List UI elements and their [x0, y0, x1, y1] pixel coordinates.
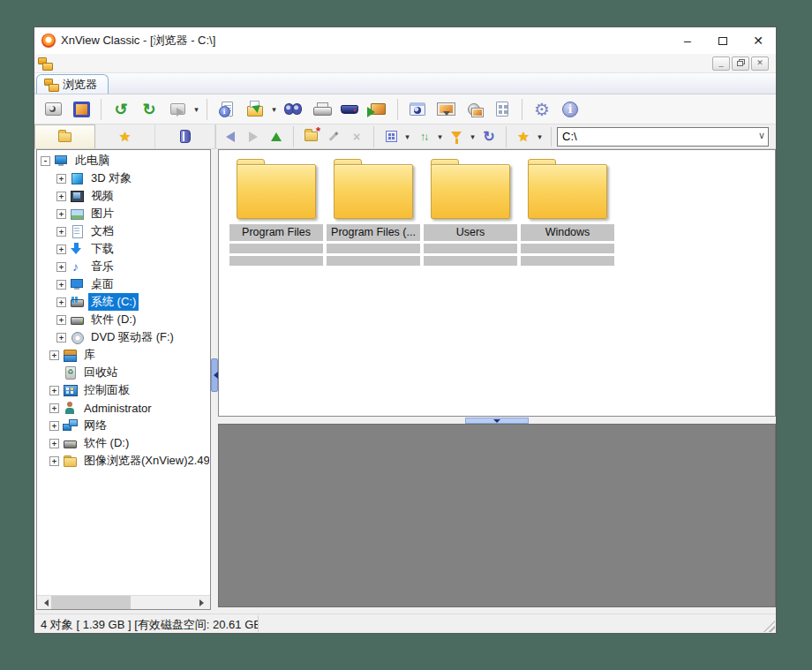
print-button[interactable]: [308, 97, 335, 122]
filter-dropdown[interactable]: ▾: [469, 132, 477, 141]
panel-tab-favorites[interactable]: ★: [95, 124, 155, 148]
horizontal-splitter[interactable]: [218, 417, 776, 424]
folder-tile[interactable]: Program Files (...: [327, 159, 420, 266]
expander-icon[interactable]: +: [49, 350, 59, 360]
browse-folder-dropdown[interactable]: ▾: [270, 105, 278, 114]
expander-icon[interactable]: +: [56, 209, 66, 219]
convert-button[interactable]: [164, 97, 191, 122]
settings-button[interactable]: ⚙: [529, 97, 555, 122]
expander-icon[interactable]: -: [41, 156, 50, 166]
mdi-close-button[interactable]: ✕: [751, 56, 769, 71]
address-input[interactable]: [557, 127, 769, 147]
tree-item[interactable]: + 3D 对象: [38, 169, 209, 187]
minimize-button[interactable]: –: [670, 27, 705, 54]
forward-button[interactable]: [243, 126, 264, 147]
web-page-button[interactable]: [461, 97, 487, 122]
new-folder-button[interactable]: *: [300, 126, 321, 147]
favorites-button[interactable]: ★: [513, 126, 534, 147]
tab-browser[interactable]: 浏览器: [36, 74, 109, 94]
scroll-right-button[interactable]: [196, 596, 210, 609]
expander-icon[interactable]: +: [56, 245, 66, 254]
tree-item[interactable]: 回收站: [38, 364, 209, 381]
tree-item[interactable]: + 系统 (C:): [38, 293, 209, 311]
panel-tab-folders[interactable]: [34, 124, 95, 148]
fullscreen-button[interactable]: [68, 97, 94, 122]
tree-item[interactable]: + 库: [38, 346, 209, 364]
vertical-splitter[interactable]: [211, 149, 218, 610]
tree-item[interactable]: + 下载: [38, 240, 209, 258]
folder-tile[interactable]: Windows: [521, 159, 614, 266]
splitter-collapse-handle[interactable]: [211, 358, 218, 392]
tree-horizontal-scrollbar[interactable]: [37, 595, 210, 609]
view-mode-button[interactable]: [380, 126, 402, 147]
expander-icon[interactable]: +: [56, 315, 66, 325]
tree-item[interactable]: + 文档: [38, 222, 209, 240]
view-button[interactable]: [40, 97, 66, 122]
scrollbar-track[interactable]: [51, 596, 196, 609]
scan-button[interactable]: [336, 97, 363, 122]
tree-item[interactable]: - 此电脑: [38, 152, 209, 169]
properties-button[interactable]: [214, 97, 240, 122]
sort-dropdown[interactable]: ▾: [436, 132, 444, 141]
panel-tab-catalog[interactable]: [155, 124, 215, 148]
menu-item[interactable]: [123, 63, 137, 64]
sort-button[interactable]: ↑↓: [413, 126, 434, 147]
title-bar[interactable]: XnView Classic - [浏览器 - C:\] – ✕: [34, 27, 776, 54]
search-button[interactable]: [280, 97, 306, 122]
menu-item[interactable]: [66, 63, 80, 64]
expander-icon[interactable]: +: [56, 333, 66, 343]
rotate-left-button[interactable]: ↺: [108, 97, 134, 122]
maximize-button[interactable]: [705, 27, 741, 54]
preview-panel[interactable]: [218, 424, 776, 607]
close-button[interactable]: ✕: [741, 27, 776, 54]
delete-button[interactable]: ×: [346, 126, 367, 147]
about-button[interactable]: i: [557, 97, 583, 122]
tree-item[interactable]: + 图片: [38, 205, 209, 222]
menu-item[interactable]: [137, 63, 151, 64]
expander-icon[interactable]: +: [56, 297, 66, 307]
resize-grip-icon[interactable]: [763, 621, 775, 632]
preview-collapse-handle[interactable]: [465, 418, 529, 424]
menu-item[interactable]: [52, 63, 66, 64]
batch-convert-button[interactable]: [365, 97, 391, 122]
folder-tile[interactable]: Program Files: [229, 159, 323, 266]
tree-item[interactable]: + 控制面板: [38, 381, 209, 399]
browse-folder-button[interactable]: [242, 97, 268, 122]
up-button[interactable]: [266, 126, 287, 147]
expander-icon[interactable]: +: [56, 280, 66, 290]
scroll-left-button[interactable]: [37, 596, 51, 609]
folder-tile[interactable]: Users: [424, 159, 517, 266]
expander-icon[interactable]: +: [49, 456, 59, 466]
tree-item[interactable]: + 图像浏览器(XnView)2.49中文: [38, 452, 209, 470]
expander-icon[interactable]: +: [56, 174, 66, 184]
view-mode-dropdown[interactable]: ▾: [403, 132, 411, 141]
slideshow-button[interactable]: [432, 97, 459, 122]
tree-item[interactable]: + 音乐: [38, 258, 209, 275]
refresh-button[interactable]: ↻: [478, 126, 500, 147]
expander-icon[interactable]: +: [56, 227, 66, 237]
tree-item[interactable]: + Administrator: [38, 399, 209, 417]
tree-item[interactable]: + DVD 驱动器 (F:): [38, 328, 209, 346]
expander-icon[interactable]: +: [49, 386, 59, 395]
mdi-minimize-button[interactable]: _: [712, 56, 730, 71]
edit-button[interactable]: [323, 126, 344, 147]
tree-item[interactable]: + 视频: [38, 187, 209, 205]
tree-item[interactable]: + 桌面: [38, 275, 209, 293]
expander-icon[interactable]: +: [49, 439, 59, 448]
expander-icon[interactable]: +: [56, 192, 66, 201]
favorites-dropdown[interactable]: ▾: [536, 132, 544, 141]
address-chevron-icon[interactable]: ∨: [758, 130, 765, 141]
tree-item[interactable]: + 软件 (D:): [38, 434, 209, 452]
tree-item[interactable]: + 网络: [38, 417, 209, 434]
expander-icon[interactable]: +: [49, 421, 59, 431]
menu-item[interactable]: [94, 63, 109, 64]
convert-dropdown[interactable]: ▾: [192, 105, 200, 114]
expander-icon[interactable]: +: [49, 403, 59, 413]
back-button[interactable]: [220, 126, 241, 147]
file-list-panel[interactable]: Program Files Program Files (... Users W…: [218, 149, 776, 417]
tree-item[interactable]: + 软件 (D:): [38, 311, 209, 328]
capture-button[interactable]: [404, 97, 431, 122]
menu-item[interactable]: [80, 63, 94, 64]
contact-sheet-button[interactable]: [489, 97, 515, 122]
scrollbar-thumb[interactable]: [51, 596, 131, 609]
